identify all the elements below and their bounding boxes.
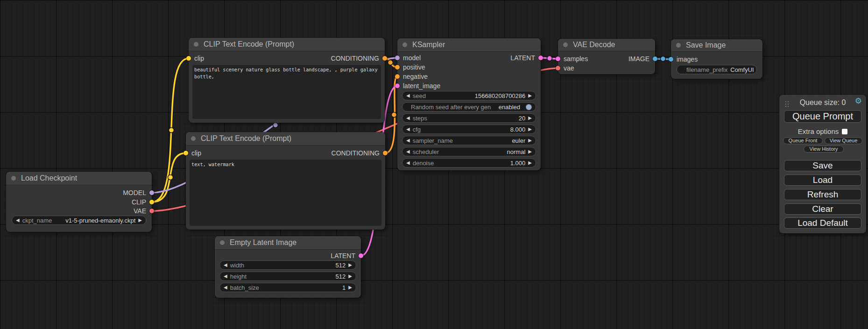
link-midpoint-dot [547, 56, 552, 61]
queue-front-button[interactable]: Queue Front [783, 137, 823, 144]
latent-input-socket[interactable] [395, 84, 400, 88]
widget-label: ckpt_name [22, 217, 52, 224]
node-clip-text-encode-positive[interactable]: CLIP Text Encode (Prompt) clip CONDITION… [189, 38, 385, 123]
clip-output-socket[interactable] [149, 200, 154, 204]
decrement-arrow-icon[interactable]: ◀ [406, 138, 410, 143]
filename-prefix-widget[interactable]: filename_prefix ComfyUI [677, 65, 757, 74]
node-save-image[interactable]: Save Image images filename_prefix ComfyU… [671, 39, 762, 79]
widget-value: euler [512, 137, 525, 144]
random-seed-toggle-widget[interactable]: Random seed after every gen enabled [402, 102, 536, 112]
vae-output-socket[interactable] [149, 209, 154, 213]
widget-value: normal [507, 148, 526, 155]
node-title: CLIP Text Encode (Prompt) [189, 38, 385, 51]
increment-arrow-icon[interactable]: ▶ [348, 274, 352, 279]
collapse-dot-icon[interactable] [563, 42, 568, 47]
images-input-socket[interactable] [669, 57, 673, 62]
input-slot-samples: samples [556, 54, 588, 63]
cfg-widget[interactable]: ◀ cfg 8.000 ▶ [402, 125, 536, 134]
vae-input-socket[interactable] [556, 66, 560, 70]
widget-label: width [230, 262, 244, 269]
decrement-arrow-icon[interactable]: ◀ [224, 285, 227, 290]
decrement-arrow-icon[interactable]: ◀ [16, 218, 20, 223]
view-history-button[interactable]: View History [804, 146, 844, 153]
load-default-button[interactable]: Load Default [784, 217, 861, 229]
decrement-arrow-icon[interactable]: ◀ [406, 161, 410, 165]
output-slot-conditioning: CONDITIONING [332, 148, 388, 158]
increment-arrow-icon[interactable]: ▶ [138, 218, 142, 223]
node-vae-decode[interactable]: VAE Decode samples vae IMAGE [558, 39, 655, 74]
increment-arrow-icon[interactable]: ▶ [348, 285, 352, 290]
increment-arrow-icon[interactable]: ▶ [528, 127, 532, 132]
increment-arrow-icon[interactable]: ▶ [528, 149, 532, 154]
prompt-text-area[interactable]: beautiful scenery nature glass bottle la… [192, 65, 381, 119]
output-slot-image: IMAGE [628, 54, 657, 63]
input-slot-positive: positive [395, 63, 425, 72]
clear-button[interactable]: Clear [784, 203, 861, 215]
model-input-socket[interactable] [395, 56, 400, 60]
increment-arrow-icon[interactable]: ▶ [528, 93, 532, 98]
widget-value: 512 [336, 262, 346, 269]
increment-arrow-icon[interactable]: ▶ [348, 263, 352, 267]
width-widget[interactable]: ◀ width 512 ▶ [219, 260, 356, 270]
settings-gear-icon[interactable]: ⚙ [855, 97, 862, 105]
collapse-dot-icon[interactable] [676, 43, 681, 48]
clip-input-socket[interactable] [186, 56, 191, 61]
samples-input-socket[interactable] [556, 56, 560, 61]
queue-menu-panel[interactable]: Queue size: 0 ⚙ Queue Prompt Extra optio… [779, 95, 866, 233]
node-title: Empty Latent Image [215, 236, 361, 249]
extra-options-checkbox[interactable] [842, 129, 847, 134]
load-button[interactable]: Load [784, 175, 861, 186]
increment-arrow-icon[interactable]: ▶ [528, 116, 532, 120]
widget-label: cfg [413, 126, 421, 133]
output-slot-latent: LATENT [510, 53, 543, 63]
ckpt-name-widget[interactable]: ◀ ckpt_name v1-5-pruned-emaonly.ckpt ▶ [12, 216, 146, 225]
collapse-dot-icon[interactable] [194, 42, 198, 47]
conditioning-output-socket[interactable] [382, 56, 387, 61]
input-slot-latent-image: latent_image [395, 81, 440, 91]
denoise-widget[interactable]: ◀ denoise 1.000 ▶ [402, 158, 536, 168]
image-output-socket[interactable] [653, 56, 657, 61]
widget-value: 156680208700286 [475, 92, 525, 99]
decrement-arrow-icon[interactable]: ◀ [406, 93, 410, 98]
comfyui-canvas[interactable]: { "icons": {"left_arrow": "◀", "right_ar… [0, 0, 868, 329]
view-queue-button[interactable]: View Queue [825, 137, 862, 144]
increment-arrow-icon[interactable]: ▶ [528, 161, 532, 165]
collapse-dot-icon[interactable] [220, 240, 225, 245]
decrement-arrow-icon[interactable]: ◀ [224, 263, 227, 267]
positive-input-socket[interactable] [395, 65, 400, 70]
decrement-arrow-icon[interactable]: ◀ [406, 127, 410, 132]
toggle-knob-icon[interactable] [526, 104, 532, 110]
conditioning-output-socket[interactable] [383, 151, 388, 155]
latent-output-socket[interactable] [538, 56, 543, 60]
seed-widget[interactable]: ◀ seed 156680208700286 ▶ [402, 91, 536, 100]
widget-label: height [230, 273, 247, 280]
decrement-arrow-icon[interactable]: ◀ [406, 116, 410, 120]
collapse-dot-icon[interactable] [402, 42, 407, 47]
clip-input-socket[interactable] [183, 151, 188, 155]
slot-label: negative [403, 73, 428, 80]
increment-arrow-icon[interactable]: ▶ [528, 138, 532, 143]
refresh-button[interactable]: Refresh [784, 189, 861, 200]
decrement-arrow-icon[interactable]: ◀ [406, 149, 410, 154]
collapse-dot-icon[interactable] [11, 176, 16, 181]
node-load-checkpoint[interactable]: Load Checkpoint MODEL CLIP VAE ◀ ckpt_na… [6, 172, 152, 232]
batch-size-widget[interactable]: ◀ batch_size 1 ▶ [219, 283, 356, 292]
decrement-arrow-icon[interactable]: ◀ [224, 274, 227, 279]
scheduler-widget[interactable]: ◀ scheduler normal ▶ [402, 147, 536, 156]
save-button[interactable]: Save [784, 160, 861, 171]
height-widget[interactable]: ◀ height 512 ▶ [219, 272, 356, 281]
prompt-text-area[interactable]: text, watermark [190, 160, 381, 226]
node-ksampler[interactable]: KSampler model positive negative latent_… [397, 38, 541, 170]
collapse-dot-icon[interactable] [191, 136, 196, 141]
widget-value: enabled [499, 104, 520, 111]
latent-output-socket[interactable] [359, 253, 363, 258]
node-clip-text-encode-negative[interactable]: CLIP Text Encode (Prompt) clip CONDITION… [186, 132, 385, 230]
link-midpoint-dot [388, 60, 393, 65]
negative-input-socket[interactable] [395, 74, 400, 79]
steps-widget[interactable]: ◀ steps 20 ▶ [402, 113, 536, 123]
queue-prompt-button[interactable]: Queue Prompt [784, 110, 861, 123]
model-output-socket[interactable] [149, 190, 154, 195]
sampler-name-widget[interactable]: ◀ sampler_name euler ▶ [402, 136, 536, 145]
output-slot-vae: VAE [134, 206, 154, 216]
node-empty-latent-image[interactable]: Empty Latent Image LATENT ◀ width 512 ▶ … [215, 236, 361, 298]
